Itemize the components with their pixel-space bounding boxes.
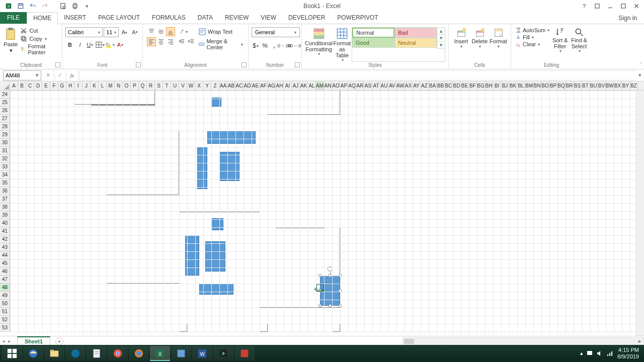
shape-rect[interactable] xyxy=(205,241,225,272)
col-header[interactable]: BR xyxy=(566,81,574,90)
col-header[interactable]: AI xyxy=(284,81,292,90)
percent-icon[interactable]: % xyxy=(261,41,269,50)
sheet-next-icon[interactable]: ▸ xyxy=(8,338,11,344)
row-header[interactable]: 49 xyxy=(0,292,10,300)
row-header[interactable]: 27 xyxy=(0,115,10,123)
col-header[interactable]: X xyxy=(195,81,203,90)
col-header[interactable]: AU xyxy=(380,81,388,90)
tab-review[interactable]: REVIEW xyxy=(219,12,255,24)
collapse-ribbon-icon[interactable]: ˆ xyxy=(640,62,642,68)
col-header[interactable]: AL xyxy=(308,81,316,90)
col-header[interactable]: BL xyxy=(517,81,525,90)
row-header[interactable]: 50 xyxy=(0,300,10,308)
row-header[interactable]: 38 xyxy=(0,203,10,211)
row-header[interactable]: 45 xyxy=(0,259,10,267)
col-header[interactable]: M xyxy=(107,81,115,90)
taskbar-explorer-icon[interactable] xyxy=(44,346,64,361)
col-header[interactable]: J xyxy=(83,81,91,90)
col-header[interactable]: BH xyxy=(485,81,493,90)
align-right-icon[interactable] xyxy=(166,37,175,46)
align-middle-icon[interactable] xyxy=(156,27,166,36)
taskbar-ie-icon[interactable] xyxy=(23,346,43,361)
col-header[interactable]: BX xyxy=(614,81,622,90)
italic-button[interactable]: I xyxy=(75,40,85,49)
col-header[interactable]: BO xyxy=(541,81,549,90)
col-header[interactable]: V xyxy=(179,81,187,90)
col-header[interactable]: E xyxy=(42,81,50,90)
col-header[interactable]: AR xyxy=(356,81,364,90)
clear-button[interactable]: Clear▾ xyxy=(515,41,549,47)
style-normal[interactable]: Normal xyxy=(352,28,394,38)
row-header[interactable]: 36 xyxy=(0,187,10,195)
row-header[interactable]: 53 xyxy=(0,324,10,332)
redo-icon[interactable] xyxy=(39,1,50,12)
tab-file[interactable]: FILE xyxy=(0,12,27,24)
gallery-down-icon[interactable]: ▾ xyxy=(437,35,445,42)
fill-color-button[interactable]: ▾ xyxy=(106,40,115,49)
row-header[interactable]: 47 xyxy=(0,276,10,284)
col-header[interactable]: BF xyxy=(469,81,477,90)
col-header[interactable]: R xyxy=(147,81,155,90)
col-header[interactable]: AP xyxy=(340,81,348,90)
row-header[interactable]: 51 xyxy=(0,308,10,316)
col-header[interactable]: AQ xyxy=(348,81,356,90)
col-header[interactable]: AX xyxy=(405,81,413,90)
clock-time[interactable]: 4:15 PM xyxy=(617,347,639,353)
col-header[interactable]: T xyxy=(163,81,171,90)
col-header[interactable]: Q xyxy=(139,81,147,90)
row-header[interactable]: 34 xyxy=(0,171,10,179)
maximize-icon[interactable] xyxy=(617,1,630,12)
col-header[interactable]: AY xyxy=(413,81,421,90)
row-header[interactable]: 39 xyxy=(0,211,10,219)
orientation-icon[interactable]: ▾ xyxy=(177,27,189,36)
tab-pagelayout[interactable]: PAGE LAYOUT xyxy=(92,12,146,24)
col-header[interactable]: AM xyxy=(316,81,324,90)
col-header[interactable]: AT xyxy=(372,81,380,90)
col-header[interactable]: BN xyxy=(533,81,541,90)
col-header[interactable]: W xyxy=(187,81,195,90)
align-top-icon[interactable] xyxy=(147,27,156,36)
shape-rect[interactable] xyxy=(207,131,256,144)
taskbar-notepad-icon[interactable] xyxy=(87,346,107,361)
col-header[interactable]: O xyxy=(123,81,131,90)
col-header[interactable]: BC xyxy=(445,81,453,90)
row-header[interactable]: 31 xyxy=(0,147,10,155)
col-header[interactable]: G xyxy=(58,81,66,90)
gallery-up-icon[interactable]: ▴ xyxy=(437,28,445,35)
indent-icon[interactable] xyxy=(187,37,196,46)
shape-rect[interactable] xyxy=(197,147,207,189)
shape-rect[interactable] xyxy=(219,152,239,181)
col-header[interactable]: AF xyxy=(260,81,268,90)
cancel-formula-icon[interactable]: ✕ xyxy=(42,70,54,80)
fill-button[interactable]: Fill▾ xyxy=(515,34,549,40)
col-header[interactable]: BI xyxy=(493,81,501,90)
tab-insert[interactable]: INSERT xyxy=(58,12,92,24)
merge-center-button[interactable]: Merge & Center▾ xyxy=(199,38,243,50)
col-header[interactable]: K xyxy=(91,81,99,90)
col-header[interactable]: N xyxy=(115,81,123,90)
align-bottom-icon[interactable] xyxy=(166,27,175,36)
row-header[interactable]: 30 xyxy=(0,139,10,147)
col-header[interactable]: BK xyxy=(509,81,517,90)
align-center-icon[interactable] xyxy=(156,37,166,46)
col-header[interactable]: BZ xyxy=(630,81,638,90)
format-painter-button[interactable]: Format Painter xyxy=(20,43,57,55)
hscroll-thumb[interactable] xyxy=(404,339,414,344)
outdent-icon[interactable] xyxy=(177,37,186,46)
start-button[interactable] xyxy=(2,346,22,361)
font-color-button[interactable]: A▾ xyxy=(116,40,125,49)
font-dialog-icon[interactable] xyxy=(136,62,141,67)
col-header[interactable]: C xyxy=(26,81,34,90)
row-header[interactable]: 46 xyxy=(0,267,10,276)
cell-styles-gallery[interactable]: Normal Bad Good Neutral ▴▾▾ xyxy=(352,27,445,62)
number-format-select[interactable]: General▾ xyxy=(252,27,300,37)
col-header[interactable]: BE xyxy=(461,81,469,90)
tray-network-icon[interactable] xyxy=(606,350,613,357)
row-header[interactable]: 52 xyxy=(0,316,10,324)
align-left-icon[interactable] xyxy=(147,37,156,46)
col-header[interactable]: I xyxy=(74,81,83,90)
qat-customize-icon[interactable]: ▾ xyxy=(82,1,93,12)
quick-print-icon[interactable] xyxy=(69,1,80,12)
tab-home[interactable]: HOME xyxy=(27,12,58,24)
col-header[interactable]: BB xyxy=(437,81,445,90)
